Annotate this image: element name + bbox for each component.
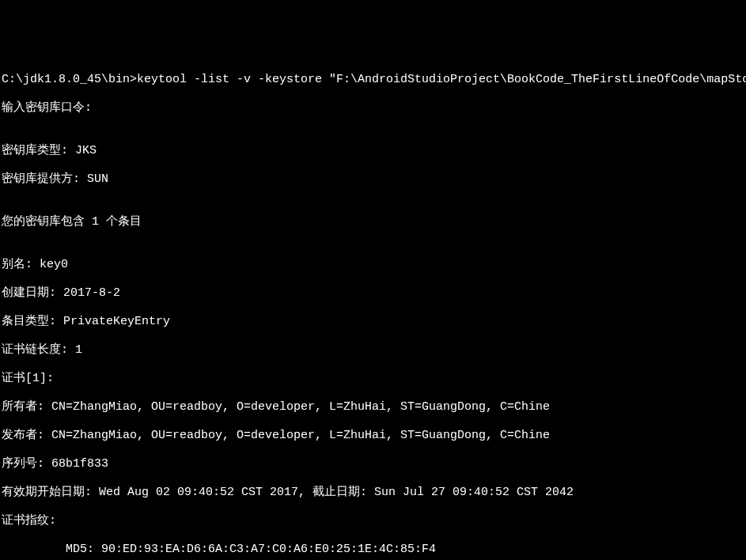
keystore-type: 密钥库类型: JKS	[2, 144, 744, 158]
password-prompt: 输入密钥库口令:	[2, 101, 744, 115]
md5-fingerprint: MD5: 90:ED:93:EA:D6:6A:C3:A7:C0:A6:E0:25…	[2, 543, 744, 557]
command-line[interactable]: C:\jdk1.8.0_45\bin>keytool -list -v -key…	[2, 73, 744, 87]
certificate-index: 证书[1]:	[2, 372, 744, 386]
issuer: 发布者: CN=ZhangMiao, OU=readboy, O=develop…	[2, 429, 744, 443]
validity-period: 有效期开始日期: Wed Aug 02 09:40:52 CST 2017, 截…	[2, 486, 744, 500]
cert-chain-length: 证书链长度: 1	[2, 343, 744, 358]
keystore-provider: 密钥库提供方: SUN	[2, 172, 744, 187]
keystore-entry-count: 您的密钥库包含 1 个条目	[2, 215, 744, 229]
serial-number: 序列号: 68b1f833	[2, 457, 744, 471]
owner: 所有者: CN=ZhangMiao, OU=readboy, O=develop…	[2, 400, 744, 414]
creation-date: 创建日期: 2017-8-2	[2, 286, 744, 301]
entry-type: 条目类型: PrivateKeyEntry	[2, 315, 744, 329]
fingerprints-header: 证书指纹:	[2, 514, 744, 528]
terminal-output: C:\jdk1.8.0_45\bin>keytool -list -v -key…	[2, 59, 744, 560]
alias: 别名: key0	[2, 258, 744, 272]
